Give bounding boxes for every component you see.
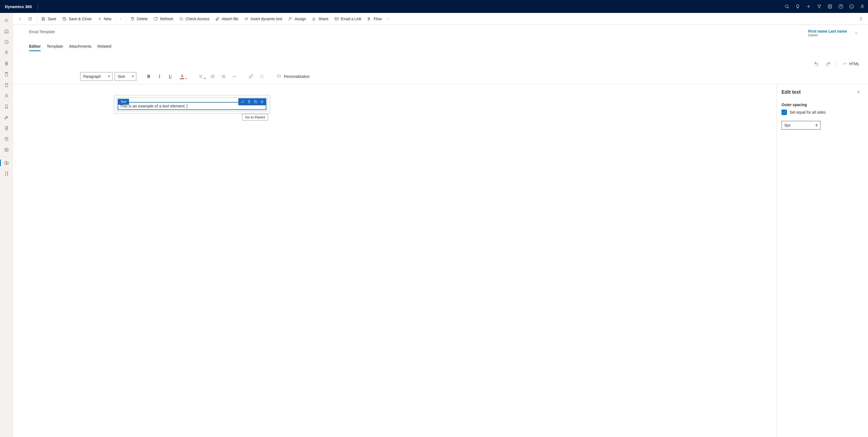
bullet-list-button[interactable] bbox=[219, 72, 228, 81]
rail-templates[interactable] bbox=[0, 157, 13, 168]
check-access-button[interactable]: Check Access bbox=[177, 14, 212, 24]
owner-name[interactable]: First name Last name bbox=[808, 29, 847, 33]
main-content: Save Save & Close New Delete Refresh Che… bbox=[13, 13, 868, 437]
spacing-decrease[interactable] bbox=[815, 125, 818, 127]
equal-sides-checkbox[interactable] bbox=[781, 110, 787, 115]
refresh-button[interactable]: Refresh bbox=[151, 14, 176, 24]
design-canvas[interactable]: Text This is an example of a text elemen… bbox=[13, 84, 776, 437]
rail-library[interactable] bbox=[0, 144, 13, 155]
personalization-button[interactable]: Personalization bbox=[274, 72, 312, 81]
entity-subtitle: Email Template bbox=[29, 29, 55, 34]
assign-button[interactable]: Assign bbox=[285, 14, 309, 24]
svg-point-13 bbox=[289, 17, 290, 19]
rail-page[interactable] bbox=[0, 168, 13, 179]
new-split-chevron[interactable] bbox=[118, 14, 124, 24]
underline-button[interactable]: U bbox=[166, 72, 175, 81]
font-color-button[interactable]: A bbox=[177, 72, 187, 81]
rail-item-book[interactable] bbox=[0, 133, 13, 144]
save-close-button[interactable]: Save & Close bbox=[60, 14, 94, 24]
rail-export[interactable] bbox=[0, 123, 13, 133]
svg-point-21 bbox=[233, 76, 234, 77]
more-formatting-button[interactable] bbox=[230, 72, 239, 81]
pane-title: Edit text bbox=[781, 89, 801, 95]
svg-point-1 bbox=[830, 6, 831, 7]
flow-button[interactable]: Flow bbox=[365, 14, 384, 24]
header-expand-chevron[interactable] bbox=[852, 29, 860, 37]
duplicate-element-button[interactable] bbox=[252, 98, 259, 105]
share-label: Share bbox=[318, 17, 328, 21]
email-link-button[interactable]: Email a Link bbox=[332, 14, 364, 24]
properties-pane: Edit text Outer spacing Set equal for al… bbox=[776, 84, 868, 437]
html-view-button[interactable]: HTML bbox=[840, 59, 862, 68]
rail-pinned[interactable] bbox=[0, 48, 13, 58]
save-button[interactable]: Save bbox=[38, 14, 59, 24]
link-button[interactable] bbox=[247, 72, 255, 81]
tooltip: Go to Parent bbox=[242, 114, 268, 121]
svg-point-3 bbox=[850, 5, 854, 9]
record-header: Email Template First name Last name Owne… bbox=[13, 25, 868, 37]
tab-related[interactable]: Related bbox=[97, 42, 112, 51]
rail-item-1[interactable] bbox=[0, 58, 13, 69]
insert-dynamic-button[interactable]: Insert dynamic text bbox=[242, 14, 285, 24]
overflow-button[interactable] bbox=[856, 14, 866, 24]
lightbulb-icon[interactable] bbox=[795, 4, 800, 9]
svg-point-15 bbox=[861, 17, 861, 18]
personalization-label: Personalization bbox=[284, 74, 310, 79]
sitemap-toggle[interactable] bbox=[0, 15, 13, 26]
paragraph-select[interactable]: Paragraph bbox=[80, 72, 113, 81]
attach-file-label: Attach file bbox=[222, 17, 238, 21]
svg-point-16 bbox=[861, 19, 861, 19]
close-pane-button[interactable] bbox=[854, 88, 863, 97]
redo-button[interactable] bbox=[824, 59, 833, 68]
rail-bookmark[interactable] bbox=[0, 101, 13, 112]
rail-home[interactable] bbox=[0, 26, 13, 37]
spacing-input[interactable]: 0px bbox=[781, 121, 820, 129]
back-button[interactable] bbox=[15, 14, 25, 24]
filter-icon[interactable] bbox=[817, 4, 822, 9]
new-button[interactable]: New bbox=[95, 14, 114, 24]
help-icon[interactable] bbox=[838, 4, 843, 9]
svg-point-18 bbox=[222, 75, 222, 75]
selected-container-mid[interactable]: Text This is an example of a text elemen… bbox=[116, 97, 268, 111]
open-new-window-button[interactable] bbox=[25, 14, 35, 24]
brand-label: Dynamics 365 bbox=[3, 4, 33, 9]
bold-button[interactable]: B bbox=[144, 72, 153, 81]
numbered-list-button[interactable] bbox=[209, 72, 217, 81]
search-icon[interactable] bbox=[784, 4, 789, 9]
share-button[interactable]: Share bbox=[309, 14, 331, 24]
rail-clipboard[interactable] bbox=[0, 69, 13, 80]
section-outer-spacing: Outer spacing bbox=[781, 102, 863, 107]
add-icon[interactable] bbox=[806, 4, 811, 9]
rail-contacts[interactable] bbox=[0, 91, 13, 101]
feedback-icon[interactable] bbox=[849, 4, 854, 9]
rail-doc[interactable] bbox=[0, 80, 13, 91]
move-element-button[interactable] bbox=[259, 98, 265, 105]
tab-editor[interactable]: Editor bbox=[29, 42, 41, 51]
account-icon[interactable] bbox=[860, 4, 865, 9]
rail-recent[interactable] bbox=[0, 37, 13, 48]
go-to-parent-button[interactable] bbox=[240, 98, 246, 105]
svg-point-17 bbox=[861, 20, 861, 20]
delete-button[interactable]: Delete bbox=[128, 14, 150, 24]
tab-attachments[interactable]: Attachments bbox=[69, 42, 91, 51]
refresh-label: Refresh bbox=[160, 17, 173, 21]
settings-icon[interactable] bbox=[828, 4, 832, 9]
command-bar: Save Save & Close New Delete Refresh Che… bbox=[13, 13, 868, 25]
svg-point-23 bbox=[235, 76, 236, 77]
size-select[interactable]: Size bbox=[115, 72, 136, 81]
site-map-rail bbox=[0, 13, 13, 437]
unlink-button[interactable] bbox=[257, 72, 266, 81]
nav-divider bbox=[38, 3, 38, 10]
align-button[interactable] bbox=[195, 72, 206, 81]
rail-wrench[interactable] bbox=[0, 112, 13, 123]
italic-button[interactable]: I bbox=[155, 72, 164, 81]
html-label: HTML bbox=[849, 62, 859, 66]
flow-chevron[interactable] bbox=[385, 14, 391, 24]
email-link-label: Email a Link bbox=[341, 17, 362, 21]
attach-file-button[interactable]: Attach file bbox=[213, 14, 241, 24]
delete-element-button[interactable] bbox=[246, 98, 252, 105]
undo-button[interactable] bbox=[812, 59, 821, 68]
selected-container-outer[interactable]: Text This is an example of a text elemen… bbox=[114, 95, 270, 114]
tab-template[interactable]: Template bbox=[46, 42, 63, 51]
spacing-increase[interactable] bbox=[815, 124, 818, 125]
